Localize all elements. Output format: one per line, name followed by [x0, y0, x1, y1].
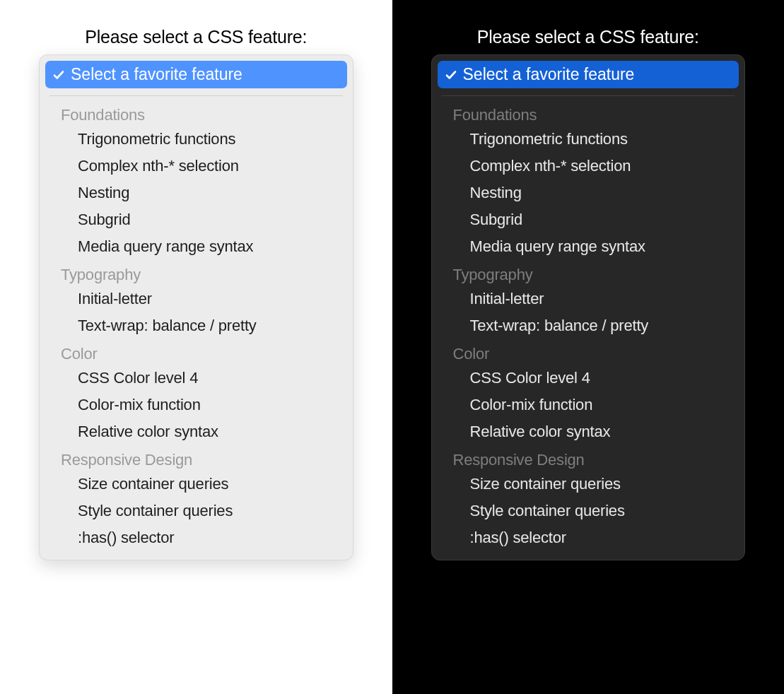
optgroup-label: Responsive Design	[45, 445, 347, 471]
option-item[interactable]: :has() selector	[45, 524, 347, 551]
check-icon	[52, 69, 65, 81]
selected-option[interactable]: Select a favorite feature	[45, 61, 347, 88]
optgroup-label: Typography	[438, 260, 739, 286]
optgroup-label: Foundations	[45, 100, 347, 126]
option-item[interactable]: Nesting	[45, 180, 347, 206]
option-item[interactable]: Color-mix function	[438, 392, 739, 418]
css-feature-select[interactable]: Select a favorite feature Foundations Tr…	[39, 54, 353, 560]
option-item[interactable]: Media query range syntax	[438, 233, 739, 260]
selected-option-label: Select a favorite feature	[71, 65, 242, 84]
option-item[interactable]: Size container queries	[438, 471, 739, 498]
optgroup-label: Typography	[45, 260, 347, 286]
option-item[interactable]: Relative color syntax	[438, 418, 739, 445]
check-icon	[445, 69, 457, 81]
option-item[interactable]: CSS Color level 4	[438, 365, 739, 392]
option-item[interactable]: Text-wrap: balance / pretty	[438, 312, 739, 339]
option-item[interactable]: Subgrid	[438, 206, 739, 233]
dark-mode-pane: Please select a CSS feature: Select a fa…	[392, 0, 785, 694]
option-item[interactable]: Trigonometric functions	[45, 126, 347, 153]
prompt-label: Please select a CSS feature:	[85, 27, 307, 47]
css-feature-select[interactable]: Select a favorite feature Foundations Tr…	[431, 54, 746, 560]
selected-option[interactable]: Select a favorite feature	[438, 61, 739, 88]
option-item[interactable]: Style container queries	[438, 498, 739, 524]
prompt-label: Please select a CSS feature:	[477, 27, 699, 47]
divider	[442, 95, 735, 96]
option-item[interactable]: Complex nth-* selection	[438, 153, 739, 180]
option-item[interactable]: :has() selector	[438, 524, 739, 551]
option-item[interactable]: Text-wrap: balance / pretty	[45, 312, 347, 339]
option-item[interactable]: Style container queries	[45, 498, 347, 524]
option-item[interactable]: Color-mix function	[45, 392, 347, 418]
option-item[interactable]: Initial-letter	[45, 286, 347, 312]
option-item[interactable]: Complex nth-* selection	[45, 153, 347, 180]
optgroup-label: Color	[438, 339, 739, 365]
optgroup-label: Responsive Design	[438, 445, 739, 471]
option-item[interactable]: CSS Color level 4	[45, 365, 347, 392]
optgroup-label: Color	[45, 339, 347, 365]
light-mode-pane: Please select a CSS feature: Select a fa…	[0, 0, 392, 694]
option-item[interactable]: Trigonometric functions	[438, 126, 739, 153]
selected-option-label: Select a favorite feature	[463, 65, 635, 84]
option-item[interactable]: Relative color syntax	[45, 418, 347, 445]
option-item[interactable]: Subgrid	[45, 206, 347, 233]
optgroup-label: Foundations	[438, 100, 739, 126]
option-item[interactable]: Size container queries	[45, 471, 347, 498]
divider	[49, 95, 343, 96]
option-item[interactable]: Initial-letter	[438, 286, 739, 312]
option-item[interactable]: Media query range syntax	[45, 233, 347, 260]
option-item[interactable]: Nesting	[438, 180, 739, 206]
